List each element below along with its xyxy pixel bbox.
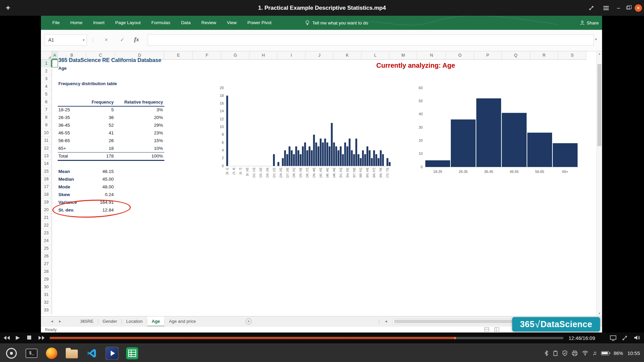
horizontal-scrollbar-thumb[interactable] — [394, 320, 515, 323]
normal-view-icon[interactable] — [484, 327, 489, 331]
start-menu-button[interactable] — [5, 347, 18, 360]
enter-button[interactable]: ✓ — [120, 37, 124, 43]
row-header-10[interactable]: 10 — [41, 129, 52, 137]
tabbar-dots-icon[interactable]: ⋮ — [377, 316, 381, 326]
stat-label[interactable]: Median — [58, 176, 74, 182]
next-sheet-button[interactable]: ► — [58, 316, 62, 326]
freq-row-label[interactable]: 65+ — [58, 145, 66, 152]
volume-button[interactable] — [634, 335, 640, 341]
stop-button[interactable] — [27, 336, 31, 340]
cell-doc-title[interactable]: 365 DataScience RE California Database — [58, 57, 161, 64]
row-header-30[interactable]: 30 — [41, 283, 52, 291]
total-row-pct[interactable]: 100% — [115, 153, 163, 159]
row-header-27[interactable]: 27 — [41, 260, 52, 268]
restore-button[interactable] — [624, 0, 632, 16]
row-header-24[interactable]: 24 — [41, 237, 52, 245]
column-header-L[interactable]: L — [362, 51, 389, 59]
row-header-3[interactable]: 3 — [41, 75, 52, 83]
freq-row-pct[interactable]: 15% — [115, 138, 163, 144]
stat-value[interactable]: 46.15 — [86, 169, 114, 175]
ribbon-tab-insert[interactable]: Insert — [88, 16, 110, 30]
column-header-E[interactable]: E — [164, 51, 193, 59]
vscode-app[interactable] — [85, 347, 99, 360]
age-histogram-chart[interactable]: 02468101214161820[0, 1](3, 4](6, 7](9, 1… — [212, 84, 395, 189]
row-header-23[interactable]: 23 — [41, 229, 52, 237]
sheet-tab-365re[interactable]: 365RE — [76, 316, 98, 326]
row-header-20[interactable]: 20 — [41, 206, 52, 214]
freq-row-pct[interactable]: 3% — [115, 107, 163, 113]
insert-function-button[interactable]: fx — [134, 36, 139, 43]
page-layout-view-icon[interactable] — [494, 327, 499, 331]
name-box[interactable]: A1 ▾ — [45, 34, 87, 46]
vertical-scrollbar[interactable]: ▲ ▼ — [596, 51, 602, 316]
cell-freq-title[interactable]: Frequency distribution table — [58, 81, 117, 87]
column-header-J[interactable]: J — [306, 51, 333, 59]
sheet-tab-age-and-price[interactable]: Age and price — [165, 316, 200, 326]
formula-bar-handle[interactable]: ⋮ — [91, 37, 95, 43]
freq-row-value[interactable]: 26 — [86, 138, 114, 144]
row-header-9[interactable]: 9 — [41, 121, 52, 129]
column-header-R[interactable]: R — [530, 51, 558, 59]
close-button[interactable]: × — [633, 0, 643, 16]
freq-row-label[interactable]: 18-25 — [58, 107, 70, 113]
formula-bar-expand-icon[interactable]: ▾ — [595, 37, 597, 42]
ribbon-tab-page-layout[interactable]: Page Layout — [110, 16, 146, 30]
play-button[interactable] — [15, 336, 20, 340]
seek-thumb[interactable] — [454, 337, 456, 339]
row-header-16[interactable]: 16 — [41, 175, 52, 183]
row-header-33[interactable]: 33 — [41, 306, 52, 314]
row-header-7[interactable]: 7 — [41, 106, 52, 114]
scroll-up-icon[interactable]: ▲ — [597, 51, 602, 56]
row-header-17[interactable]: 17 — [41, 183, 52, 191]
row-header-1[interactable]: 1 — [41, 60, 52, 67]
row-header-11[interactable]: 11 — [41, 137, 52, 144]
freq-row-label[interactable]: 36-45 — [58, 122, 70, 128]
freq-row-pct[interactable]: 23% — [115, 130, 163, 136]
sheet-tab-age[interactable]: Age — [147, 316, 164, 326]
row-header-14[interactable]: 14 — [41, 160, 52, 168]
hscroll-left-icon[interactable]: ◄ — [384, 316, 388, 326]
wifi-icon[interactable] — [582, 351, 588, 356]
printer-icon[interactable] — [572, 351, 578, 356]
age-frequency-bar-chart[interactable]: 010203040506018-2526-3536-4546-5556-6565… — [413, 83, 582, 180]
row-header-12[interactable]: 12 — [41, 144, 52, 152]
ribbon-tab-data[interactable]: Data — [176, 16, 196, 30]
row-header-32[interactable]: 32 — [41, 299, 52, 306]
freq-row-pct[interactable]: 10% — [115, 145, 163, 152]
row-header-28[interactable]: 28 — [41, 268, 52, 276]
fullscreen-button[interactable] — [586, 0, 596, 16]
seek-bar[interactable] — [50, 337, 564, 339]
cell-analyzing[interactable]: Currently analyzing: Age — [376, 61, 455, 69]
column-header-H[interactable]: H — [250, 51, 277, 59]
column-header-Q[interactable]: Q — [502, 51, 530, 59]
sheet-tab-gender[interactable]: Gender — [98, 316, 121, 326]
bluetooth-icon[interactable] — [544, 350, 549, 356]
row-header-31[interactable]: 31 — [41, 291, 52, 299]
stat-label[interactable]: Skew — [58, 192, 70, 198]
column-header-K[interactable]: K — [333, 51, 362, 59]
freq-row-label[interactable]: 46-55 — [58, 130, 70, 136]
cast-button[interactable] — [610, 335, 616, 341]
scroll-down-icon[interactable]: ▼ — [597, 311, 602, 316]
sheet-tab-location[interactable]: Location — [122, 316, 147, 326]
minimize-button[interactable]: – — [614, 0, 623, 16]
freq-row-label[interactable]: 56-65 — [58, 138, 70, 144]
total-row-label[interactable]: Total — [58, 153, 68, 159]
freq-row-pct[interactable]: 20% — [115, 115, 163, 121]
ribbon-tab-formulas[interactable]: Formulas — [146, 16, 175, 30]
column-header-G[interactable]: G — [221, 51, 250, 59]
stat-value[interactable]: 0.24 — [86, 192, 114, 198]
ribbon-tab-view[interactable]: View — [221, 16, 242, 30]
row-header-21[interactable]: 21 — [41, 214, 52, 222]
stat-value[interactable]: 45.00 — [86, 176, 114, 182]
video-player-app[interactable] — [105, 347, 119, 360]
column-header-N[interactable]: N — [417, 51, 446, 59]
prev-sheet-button[interactable]: ◄ — [50, 316, 54, 326]
cancel-button[interactable]: × — [105, 37, 108, 43]
fit-to-screen-button[interactable] — [622, 335, 628, 341]
fast-forward-button[interactable] — [38, 336, 45, 340]
column-header-I[interactable]: I — [277, 51, 306, 59]
freq-row-pct[interactable]: 29% — [115, 122, 163, 128]
vertical-scrollbar-thumb[interactable] — [597, 64, 601, 146]
music-note-icon[interactable]: ♫ — [593, 350, 597, 357]
